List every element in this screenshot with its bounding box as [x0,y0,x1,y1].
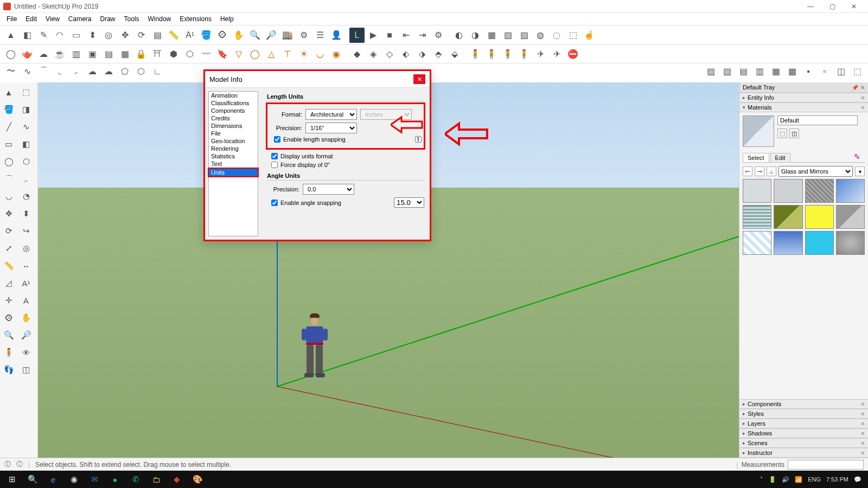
arc4-icon[interactable]: ◡ [1,189,16,204]
panel-instructor[interactable]: Instructor✕ [739,448,868,458]
box2-icon[interactable]: ⬡ [182,47,197,62]
layers-icon[interactable]: ☰ [312,28,328,43]
warehouse-icon[interactable]: 🏬 [280,28,295,43]
bridge-icon[interactable]: ⛩ [150,47,165,62]
dialog-titlebar[interactable]: Model Info ✕ [205,71,430,88]
panel-scenes[interactable]: Scenes✕ [739,438,868,448]
select-tool-icon[interactable]: ▲ [3,28,18,43]
select-icon[interactable]: ▲ [1,85,16,100]
curve1-icon[interactable]: 〜 [3,64,18,79]
lumion-icon[interactable]: L [349,28,365,43]
language-indicator[interactable]: ENG [808,476,821,483]
spotify-icon[interactable]: ● [105,471,125,487]
cat-statistics[interactable]: Statistics [209,152,258,160]
measurements-input[interactable] [788,460,864,470]
panel-styles[interactable]: Styles✕ [739,409,868,419]
zoom-icon[interactable]: 🔍 [247,28,263,43]
angle-precision-select[interactable]: 0.0 [303,184,354,195]
cat-classifications[interactable]: Classifications [209,99,258,107]
curve2-icon[interactable]: ∿ [20,64,35,79]
material-default-icon[interactable]: ◫ [789,129,799,138]
close-icon[interactable]: ✕ [860,105,865,111]
hatch4-icon[interactable]: ▥ [752,64,767,79]
material-swatch[interactable] [805,179,834,203]
vray6-icon[interactable]: ⬘ [431,47,446,62]
material-library-select[interactable]: Glass and Mirrors [778,166,853,177]
person1-icon[interactable]: 🧍 [468,47,483,62]
protractor-icon[interactable]: ◿ [1,275,16,291]
solid3-icon[interactable]: ☁ [36,47,51,62]
material-swatch[interactable] [743,205,771,229]
material-swatch[interactable] [805,205,834,229]
help-icon[interactable]: ⓘ [4,460,11,469]
shape6-icon[interactable]: ◡ [312,47,328,62]
orbit2-icon[interactable]: ⭙ [1,310,16,325]
cat-rendering[interactable]: Rendering [209,145,258,152]
material-swatch[interactable] [774,205,802,229]
circle-icon[interactable]: ◯ [1,154,16,169]
cat-components[interactable]: Components [209,107,258,114]
noentry-icon[interactable]: ⛔ [565,47,580,62]
material-swatch[interactable] [836,205,865,229]
solid5-icon[interactable]: ▥ [68,47,84,62]
paint2-icon[interactable]: 🪣 [1,102,16,117]
tab-edit[interactable]: Edit [770,153,790,162]
hatch1-icon[interactable]: ▨ [703,64,718,79]
material-swatch[interactable] [743,179,771,203]
scene-next-icon[interactable]: ⇥ [414,28,430,43]
pie-icon[interactable]: ◔ [18,189,34,204]
line-icon[interactable]: ╱ [1,119,16,134]
curve3-icon[interactable]: ⌒ [36,64,51,79]
menu-camera[interactable]: Camera [65,14,95,24]
render1-icon[interactable]: ◐ [451,28,467,43]
whatsapp-icon[interactable]: ✆ [126,471,145,487]
render2-icon[interactable]: ◑ [468,28,483,43]
menu-help[interactable]: Help [217,14,237,24]
material-swatch[interactable] [805,231,834,255]
material-swatch[interactable] [836,179,865,203]
vray5-icon[interactable]: ⬗ [414,47,430,62]
rectangle-icon[interactable]: ▭ [68,28,84,43]
length-snap-input[interactable] [415,136,422,143]
eyedropper-icon[interactable]: ✎ [850,151,865,162]
arc2-icon[interactable]: ⌒ [1,171,16,187]
section3-icon[interactable]: ▦ [117,47,132,62]
render3-icon[interactable]: ▦ [484,28,499,43]
close-icon[interactable]: ✕ [860,431,865,436]
sketchup-task-icon[interactable]: ◆ [167,471,187,487]
search-icon[interactable]: 🔍 [23,471,42,487]
polygon-icon[interactable]: ⬡ [18,154,34,169]
followme-icon[interactable]: ↪ [18,223,34,239]
3dtext-icon[interactable]: A [18,293,34,308]
shape2-icon[interactable]: ◯ [247,47,263,62]
rect-icon[interactable]: ▭ [1,137,16,152]
cat-credits[interactable]: Credits [209,114,258,122]
vray7-icon[interactable]: ⬙ [447,47,462,62]
position-icon[interactable]: 🧍 [1,345,16,360]
mail-icon[interactable]: ✉ [85,471,104,487]
angle-snap-select[interactable]: 15.0 [394,197,424,208]
box-icon[interactable]: ⬢ [166,47,181,62]
panel-shadows[interactable]: Shadows✕ [739,428,868,438]
battery-icon[interactable]: 🔋 [769,476,776,483]
volume-icon[interactable]: 🔊 [782,476,789,483]
curve6-icon[interactable]: ☁ [85,64,100,79]
force-zero-checkbox[interactable] [271,162,278,168]
zoom2-icon[interactable]: 🔍 [1,328,16,343]
move-icon[interactable]: ✥ [117,28,132,43]
clock[interactable]: 7:53 PM [826,476,848,483]
text-icon[interactable]: A¹ [182,28,197,43]
menu-draw[interactable]: Draw [97,14,119,24]
curve7-icon[interactable]: ☁ [101,64,116,79]
vray4-icon[interactable]: ⬖ [398,47,413,62]
stop-icon[interactable]: ■ [382,28,397,43]
length-snap-checkbox[interactable] [274,136,280,143]
menu-tools[interactable]: Tools [121,14,143,24]
render4-icon[interactable]: ▧ [500,28,515,43]
close-icon[interactable]: ✕ [860,421,865,427]
tray-title[interactable]: Default Tray 📌✕ [739,82,868,93]
render7-icon[interactable]: ◌ [549,28,564,43]
render9-icon[interactable]: ☝ [582,28,597,43]
material-swatch[interactable] [743,231,771,255]
shape3-icon[interactable]: △ [264,47,279,62]
